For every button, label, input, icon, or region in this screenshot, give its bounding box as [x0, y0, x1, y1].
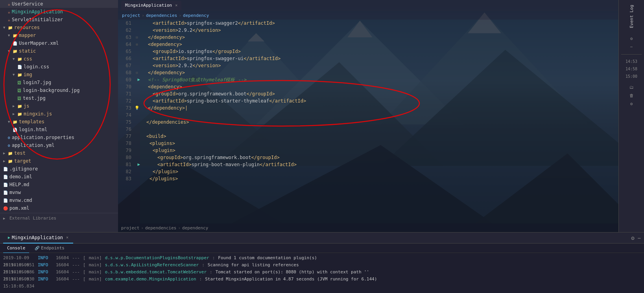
sidebar-item-pom-xml[interactable]: 🔴 pom.xml — [0, 204, 118, 212]
sidebar-item-gitignore[interactable]: 📄 .gitignore — [0, 165, 118, 173]
breadcrumb-project[interactable]: project — [122, 13, 140, 18]
file-icon: 📄 — [3, 175, 8, 179]
sidebar-item-usermapper-xml[interactable]: 📄 UserMapper.xml — [0, 39, 118, 47]
java-icon: ☕ — [8, 18, 10, 22]
folder-open-icon: 📁 — [13, 49, 17, 53]
bc-dependencies[interactable]: dependencies — [145, 225, 176, 231]
sidebar-item-mingxin-js[interactable]: ▶ 📁 mingxin.js — [0, 110, 118, 118]
sidebar-item-help-md[interactable]: 📄 HELP.md — [0, 181, 118, 189]
sidebar-item-login7-jpg[interactable]: 🖼 login7.jpg — [0, 79, 118, 86]
right-panel-sep — [621, 54, 641, 55]
event-log-label[interactable]: Event Log — [627, 3, 636, 30]
console-tabs: Console 🔗 Endpoints — [0, 244, 644, 253]
fold-63[interactable]: ⊟ — [134, 34, 140, 41]
tab-console[interactable]: Console — [3, 244, 29, 253]
sidebar-item-label: login.css — [24, 64, 49, 70]
log-class-3: o.s.b.w.embedded.tomcat.TomcatWebServer — [105, 269, 207, 276]
editor-tab-mingxin[interactable]: MingxinApplication × — [121, 1, 181, 10]
breadcrumb-dependency[interactable]: dependency — [183, 13, 209, 18]
log-main-4: main] — [89, 276, 102, 283]
code-line-67: <version>2.9.2</version> — [143, 62, 618, 69]
log-level-1: INFO — [38, 255, 53, 262]
file-tree[interactable]: ☕ UserService ☕ MingxinApplication ☕ Ser… — [0, 0, 118, 232]
sidebar-item-js[interactable]: ▶ 📁 js — [0, 102, 118, 110]
tab-endpoints[interactable]: 🔗 Endpoints — [31, 244, 68, 253]
line-numbers-gutter: 61 62 63 64 65 66 67 68 69 ▶ 70 71 72 — [118, 20, 134, 232]
sidebar-item-label: static — [19, 48, 36, 54]
sidebar-item-target[interactable]: ▶ 📁 target — [0, 157, 118, 165]
code-text-area[interactable]: <artifactId>springfox-swagger2</artifact… — [140, 20, 618, 232]
fold-76 — [134, 126, 140, 133]
bc-sep: › — [141, 225, 144, 231]
sidebar-item-application-properties[interactable]: ⚙ application.properties — [0, 134, 118, 141]
log-sep-2: : — [202, 262, 205, 269]
file-icon: 📄 — [3, 198, 8, 203]
code-line-64: <dependency> — [143, 41, 618, 48]
line-num-81: 81 ▶ — [118, 161, 134, 168]
log-pid-2: 16604 — [56, 262, 69, 269]
sidebar-item-application-yml[interactable]: ⚙ application.yml — [0, 141, 118, 149]
sidebar-item-mapper[interactable]: ▼ 📁 mapper — [0, 31, 118, 39]
sidebar-item-test-jpg[interactable]: 🖼 test.jpg — [0, 94, 118, 102]
sidebar-item-label: resources — [14, 25, 40, 30]
minimize-icon[interactable]: − — [630, 44, 633, 49]
bottom-gear-icon[interactable]: ⚙ — [631, 235, 634, 241]
app-tab[interactable]: ▶ MingxinApplication × — [3, 233, 73, 244]
log-sep-3: : — [210, 269, 212, 276]
sidebar-item-label: HELP.md — [9, 182, 30, 187]
line-num-64: 64 — [118, 41, 134, 48]
sidebar-item-login-html[interactable]: 📄 login.html — [0, 126, 118, 134]
log-level-4: INFO — [38, 276, 53, 283]
sidebar-item-mvnw[interactable]: 📄 mvnw — [0, 189, 118, 196]
line-num-63: 63 — [118, 34, 134, 41]
fold-68[interactable]: ⊟ — [134, 69, 140, 76]
fold-67 — [134, 62, 140, 69]
fold-62 — [134, 27, 140, 34]
log-level-2: INFO — [38, 262, 53, 269]
log-level-3: INFO — [38, 269, 53, 276]
editor-area: MingxinApplication × project › dependenc… — [118, 0, 618, 232]
bc-project[interactable]: project — [121, 225, 139, 231]
sidebar-item-login-bg-jpg[interactable]: 🖼 login-background.jpg — [0, 86, 118, 94]
code-line-80: <groupId>org.springframework.boot</group… — [143, 154, 618, 161]
fold-64[interactable]: ⊞ — [134, 41, 140, 48]
arrow-icon: ▼ — [8, 49, 12, 53]
sidebar-item-resources[interactable]: ▼ 📁 resources — [0, 24, 118, 31]
fold-71 — [134, 90, 140, 97]
clear-icon[interactable]: 🗑 — [629, 93, 634, 98]
filter-icon[interactable]: 🗂 — [629, 85, 634, 90]
sidebar-item-label: ServletInitializer — [12, 17, 63, 22]
log-time-2: 2019-10-09 15:18:05.686 — [3, 262, 35, 269]
sidebar-item-demo-iml[interactable]: 📄 demo.iml — [0, 173, 118, 181]
line-num-74: 74 — [118, 112, 134, 119]
sidebar-item-label: MingxinApplication — [12, 9, 63, 15]
log-time-4: 2019-10-09 15:18:05.834 — [3, 276, 35, 283]
sidebar-item-css[interactable]: ▼ 📁 css — [0, 55, 118, 63]
settings2-icon[interactable]: ⚙ — [630, 101, 633, 106]
settings-icon[interactable]: ⚙ — [630, 36, 633, 41]
sidebar-item-mingxin-app[interactable]: ☕ MingxinApplication — [0, 8, 118, 16]
sidebar-item-userservice[interactable]: ☕ UserService — [0, 0, 118, 8]
fold-65 — [134, 48, 140, 55]
app-tab-close[interactable]: × — [66, 232, 68, 243]
log-dash-3: --- — [72, 269, 80, 276]
tab-close-button[interactable]: × — [175, 1, 177, 10]
image-icon: 🖼 — [17, 88, 21, 93]
sidebar-item-login-css[interactable]: 📄 login.css — [0, 63, 118, 71]
sidebar-item-test[interactable]: ▶ 📁 test — [0, 149, 118, 157]
sidebar-item-label: css — [24, 56, 32, 62]
sidebar-item-mvnw-cmd[interactable]: 📄 mvnw.cmd — [0, 196, 118, 204]
sidebar-item-servletinitializer[interactable]: ☕ ServletInitializer — [0, 16, 118, 24]
bc-dependency[interactable]: dependency — [182, 225, 208, 231]
bottom-minimize-icon[interactable]: − — [638, 235, 641, 241]
sidebar-item-templates[interactable]: ▼ 📁 templates — [0, 118, 118, 126]
sidebar-item-img[interactable]: ▼ 📁 img — [0, 71, 118, 79]
fold-73-warn: 💡 — [134, 104, 140, 112]
log-bracket-1: [ — [83, 255, 86, 262]
sidebar-item-static[interactable]: ▼ 📁 static — [0, 47, 118, 55]
breadcrumb-dependencies[interactable]: dependencies — [146, 13, 177, 18]
timestamp-1: 14:53 — [626, 59, 637, 64]
sidebar-item-label: img — [24, 72, 32, 77]
code-line-68: </dependency> — [143, 69, 618, 76]
log-main-1: main] — [89, 255, 102, 262]
